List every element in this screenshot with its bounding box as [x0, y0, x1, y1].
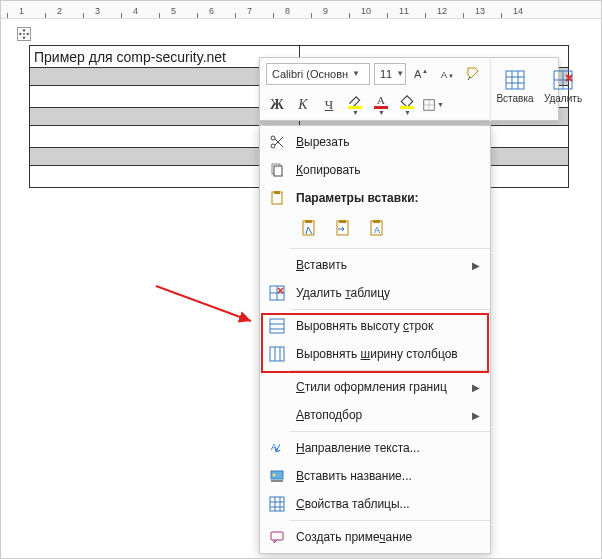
menu-table-properties[interactable]: Свойства таблицы... [260, 490, 490, 518]
svg-text:A: A [374, 225, 380, 235]
menu-label: Выровнять ширину столбцов [296, 347, 480, 361]
svg-rect-7 [506, 71, 524, 89]
shading-button[interactable]: ▼ [396, 94, 418, 116]
borders-button[interactable]: ▼ [422, 94, 444, 116]
menu-delete-table[interactable]: Удалить таблицу [260, 279, 490, 307]
menu-insert-caption[interactable]: Вставить название... [260, 462, 490, 490]
menu-label: Вставить название... [296, 469, 480, 483]
paste-keep-source-button[interactable] [296, 216, 324, 242]
separator [290, 370, 490, 371]
chevron-down-icon: ▼ [437, 101, 444, 108]
paste-merge-button[interactable] [330, 216, 358, 242]
grow-font-button[interactable]: A▲ [410, 63, 432, 85]
menu-label: Вставить [296, 258, 462, 272]
svg-point-15 [271, 144, 275, 148]
chevron-down-icon: ▼ [404, 109, 411, 116]
font-name-combo[interactable]: Calibri (Основн ▼ [266, 63, 370, 85]
bold-button[interactable]: Ж [266, 94, 288, 116]
menu-label: Выровнять высоту строк [296, 319, 480, 333]
svg-text:A: A [441, 70, 447, 80]
svg-rect-31 [270, 319, 284, 333]
format-painter-button[interactable] [462, 63, 484, 85]
menu-paste-options-heading: Параметры вставки: [260, 184, 490, 212]
menu-label: Стили оформления границ [296, 380, 462, 394]
menu-label: Удалить таблицу [296, 286, 480, 300]
font-color-button[interactable]: A ▼ [370, 94, 392, 116]
chevron-right-icon: ▶ [472, 382, 480, 393]
svg-rect-41 [270, 497, 284, 511]
shrink-font-button[interactable]: A▼ [436, 63, 458, 85]
delete-label: Удалить [544, 93, 582, 104]
svg-text:▲: ▲ [422, 68, 428, 74]
insert-menu-button[interactable]: Вставка [491, 58, 539, 114]
separator [290, 309, 490, 310]
svg-rect-26 [373, 220, 380, 223]
blank-icon [268, 378, 286, 396]
underline-button[interactable]: Ч [318, 94, 340, 116]
separator [290, 520, 490, 521]
table-properties-icon [268, 495, 286, 513]
menu-label: Параметры вставки: [296, 191, 480, 205]
svg-point-16 [271, 136, 275, 140]
svg-rect-22 [305, 220, 312, 223]
chevron-down-icon: ▼ [396, 69, 404, 78]
svg-rect-40 [271, 480, 283, 482]
svg-rect-18 [274, 166, 282, 176]
separator [290, 431, 490, 432]
svg-text:▼: ▼ [448, 73, 454, 79]
svg-rect-20 [274, 191, 280, 194]
menu-distribute-rows[interactable]: Выровнять высоту строк [260, 312, 490, 340]
blank-icon [268, 406, 286, 424]
svg-text:A: A [414, 68, 422, 80]
delete-table-icon [268, 284, 286, 302]
italic-button[interactable]: К [292, 94, 314, 116]
menu-label: Копировать [296, 163, 480, 177]
clipboard-icon [268, 189, 286, 207]
font-name-value: Calibri (Основн [272, 68, 348, 80]
delete-menu-button[interactable]: Удалить [539, 58, 587, 114]
mini-toolbar: Calibri (Основн ▼ 11 ▼ A▲ A▼ Ж К Ч ▼ [259, 57, 559, 121]
copy-icon [268, 161, 286, 179]
menu-distribute-cols[interactable]: Выровнять ширину столбцов [260, 340, 490, 368]
table-move-handle[interactable] [17, 27, 31, 41]
chevron-down-icon: ▼ [352, 109, 359, 116]
chevron-down-icon: ▼ [352, 69, 360, 78]
text-direction-icon: A [268, 439, 286, 457]
menu-text-direction[interactable]: A Направление текста... [260, 434, 490, 462]
menu-label: Свойства таблицы... [296, 497, 480, 511]
menu-label: Вырезать [296, 135, 480, 149]
insert-label: Вставка [496, 93, 533, 104]
table-context-menu: Вырезать Копировать Параметры вставки: A… [259, 125, 491, 554]
chevron-right-icon: ▶ [472, 260, 480, 271]
paste-text-only-button[interactable]: A [364, 216, 392, 242]
separator [290, 248, 490, 249]
highlight-color-button[interactable]: ▼ [344, 94, 366, 116]
svg-rect-46 [271, 532, 283, 540]
distribute-cols-icon [268, 345, 286, 363]
svg-rect-24 [339, 220, 346, 223]
comment-icon [268, 528, 286, 546]
menu-autofit[interactable]: Автоподбор ▶ [260, 401, 490, 429]
menu-label: Создать примечание [296, 530, 480, 544]
scissors-icon [268, 133, 286, 151]
chevron-down-icon: ▼ [378, 109, 385, 116]
font-size-value: 11 [380, 68, 392, 80]
menu-cut[interactable]: Вырезать [260, 128, 490, 156]
svg-rect-34 [270, 347, 284, 361]
paste-options-row: A [260, 212, 490, 246]
horizontal-ruler: 1 2 3 4 5 6 7 8 9 10 11 12 13 14 [1, 1, 601, 19]
menu-copy[interactable]: Копировать [260, 156, 490, 184]
caption-icon [268, 467, 286, 485]
font-size-combo[interactable]: 11 ▼ [374, 63, 406, 85]
distribute-rows-icon [268, 317, 286, 335]
menu-border-styles[interactable]: Стили оформления границ ▶ [260, 373, 490, 401]
chevron-right-icon: ▶ [472, 410, 480, 421]
svg-point-39 [273, 474, 276, 477]
blank-icon [268, 256, 286, 274]
menu-new-comment[interactable]: Создать примечание [260, 523, 490, 551]
menu-label: Направление текста... [296, 441, 480, 455]
menu-label: Автоподбор [296, 408, 462, 422]
menu-insert[interactable]: Вставить ▶ [260, 251, 490, 279]
